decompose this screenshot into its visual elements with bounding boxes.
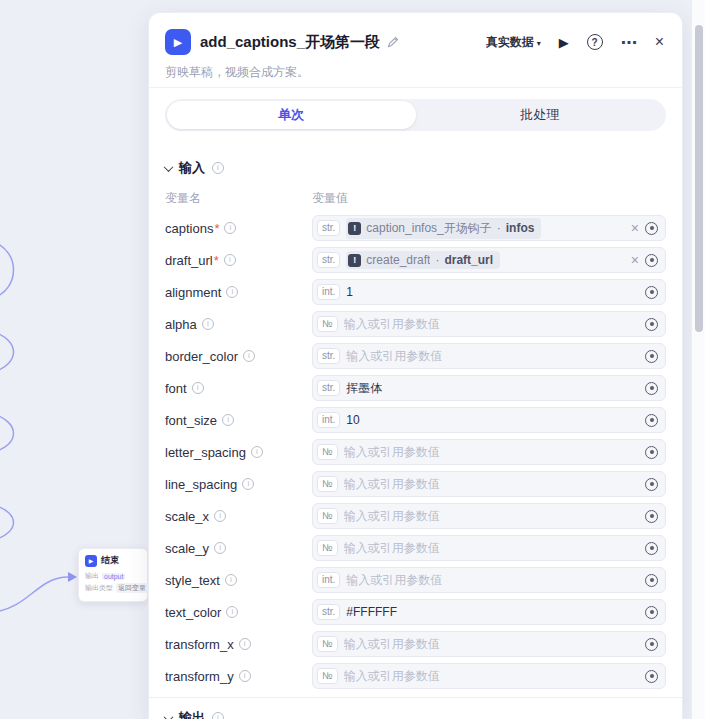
param-name-cell: text_color i bbox=[165, 605, 312, 620]
end-node-output-value: output bbox=[102, 573, 125, 580]
end-node[interactable]: ▶ 结束 输出 output 输出类型 返回变量 bbox=[78, 548, 148, 602]
reference-toggle-icon[interactable] bbox=[645, 254, 658, 267]
param-value-text: 1 bbox=[346, 285, 353, 299]
param-name: style_text bbox=[165, 573, 220, 588]
remove-reference-icon[interactable]: × bbox=[631, 221, 639, 235]
reference-toggle-icon[interactable] bbox=[645, 510, 658, 523]
reference-toggle-icon[interactable] bbox=[645, 542, 658, 555]
reference-toggle-icon[interactable] bbox=[645, 222, 658, 235]
run-button[interactable]: ▶ bbox=[559, 35, 569, 50]
param-value-field[interactable]: str. 输入或引用参数值 bbox=[312, 343, 666, 369]
info-icon[interactable]: i bbox=[225, 574, 237, 586]
info-icon[interactable]: i bbox=[226, 286, 238, 298]
param-name: font bbox=[165, 381, 187, 396]
data-mode-dropdown[interactable]: 真实数据▾ bbox=[486, 34, 541, 51]
reference-toggle-icon[interactable] bbox=[645, 446, 658, 459]
param-value-text: 输入或引用参数值 bbox=[344, 636, 440, 653]
reference-tag[interactable]: ! caption_infos_开场钩子 · infos bbox=[346, 218, 541, 239]
reference-toggle-icon[interactable] bbox=[645, 350, 658, 363]
reference-separator: · bbox=[435, 253, 439, 267]
param-value-text: 输入或引用参数值 bbox=[344, 476, 440, 493]
info-icon[interactable]: i bbox=[243, 350, 255, 362]
param-value-field[interactable]: int. 输入或引用参数值 bbox=[312, 567, 666, 593]
tab-batch[interactable]: 批处理 bbox=[416, 101, 665, 129]
reference-toggle-icon[interactable] bbox=[645, 414, 658, 427]
info-icon[interactable]: i bbox=[251, 446, 263, 458]
param-value-field[interactable]: № 输入或引用参数值 bbox=[312, 503, 666, 529]
param-value-field[interactable]: str. 挥墨体 bbox=[312, 375, 666, 401]
type-badge: int. bbox=[317, 412, 340, 429]
info-icon[interactable]: i bbox=[212, 162, 224, 174]
reference-toggle-icon[interactable] bbox=[645, 574, 658, 587]
reference-toggle-icon[interactable] bbox=[645, 478, 658, 491]
end-node-output-type-value: 返回变量 bbox=[116, 583, 148, 593]
param-row: transform_y i № 输入或引用参数值 bbox=[165, 663, 666, 689]
param-value-field[interactable]: str. ! create_draft · draft_url × bbox=[312, 247, 666, 273]
reference-toggle-icon[interactable] bbox=[645, 670, 658, 683]
info-icon[interactable]: i bbox=[226, 606, 238, 618]
more-options-icon[interactable]: ⋯ bbox=[621, 33, 637, 52]
param-row: font_size i int. 10 bbox=[165, 407, 666, 433]
type-badge: int. bbox=[317, 284, 340, 301]
end-node-output-type-row: 输出类型 返回变量 bbox=[85, 583, 141, 593]
param-row: line_spacing i № 输入或引用参数值 bbox=[165, 471, 666, 497]
info-icon[interactable]: i bbox=[222, 414, 234, 426]
param-value-field[interactable]: str. #FFFFFF bbox=[312, 599, 666, 625]
mode-tabbar: 单次 批处理 bbox=[165, 99, 666, 131]
param-value-text: 输入或引用参数值 bbox=[344, 444, 440, 461]
param-value-text: 输入或引用参数值 bbox=[344, 540, 440, 557]
param-value-field[interactable]: № 输入或引用参数值 bbox=[312, 663, 666, 689]
param-row: letter_spacing i № 输入或引用参数值 bbox=[165, 439, 666, 465]
info-icon[interactable]: i bbox=[224, 222, 236, 234]
param-value-field[interactable]: str. ! caption_infos_开场钩子 · infos × bbox=[312, 215, 666, 241]
param-name: line_spacing bbox=[165, 477, 237, 492]
help-icon[interactable]: ? bbox=[587, 34, 603, 50]
chevron-collapse-icon[interactable] bbox=[164, 712, 174, 719]
param-name: transform_x bbox=[165, 637, 234, 652]
param-name: captions bbox=[165, 221, 213, 236]
reference-node-icon: ! bbox=[348, 222, 361, 235]
param-name-cell: style_text i bbox=[165, 573, 312, 588]
param-value-field[interactable]: № 输入或引用参数值 bbox=[312, 535, 666, 561]
param-value-field[interactable]: № 输入或引用参数值 bbox=[312, 311, 666, 337]
info-icon[interactable]: i bbox=[239, 638, 251, 650]
node-title: add_captions_开场第一段 bbox=[200, 33, 380, 52]
column-headers: 变量名 变量值 bbox=[165, 190, 666, 206]
param-row: draft_url* i str. ! create_draft · draft… bbox=[165, 247, 666, 273]
reference-toggle-icon[interactable] bbox=[645, 638, 658, 651]
end-node-title: 结束 bbox=[101, 554, 119, 567]
chevron-collapse-icon[interactable] bbox=[164, 162, 174, 172]
node-description: 剪映草稿，视频合成方案。 bbox=[165, 64, 666, 81]
reference-toggle-icon[interactable] bbox=[645, 382, 658, 395]
input-section-header: 输入 i bbox=[165, 159, 666, 177]
param-name: scale_x bbox=[165, 509, 209, 524]
close-icon[interactable]: × bbox=[655, 33, 664, 51]
info-icon[interactable]: i bbox=[192, 382, 204, 394]
param-value-field[interactable]: int. 10 bbox=[312, 407, 666, 433]
info-icon[interactable]: i bbox=[214, 542, 226, 554]
reference-toggle-icon[interactable] bbox=[645, 318, 658, 331]
reference-toggle-icon[interactable] bbox=[645, 286, 658, 299]
param-value-field[interactable]: № 输入或引用参数值 bbox=[312, 439, 666, 465]
type-badge: str. bbox=[317, 220, 340, 237]
info-icon[interactable]: i bbox=[214, 510, 226, 522]
info-icon[interactable]: i bbox=[224, 254, 236, 266]
output-section-header: 输出 i bbox=[165, 709, 666, 719]
remove-reference-icon[interactable]: × bbox=[631, 253, 639, 267]
scrollbar-thumb[interactable] bbox=[695, 25, 703, 332]
scrollbar-track[interactable] bbox=[691, 0, 705, 719]
param-value-field[interactable]: int. 1 bbox=[312, 279, 666, 305]
info-icon[interactable]: i bbox=[239, 670, 251, 682]
info-icon[interactable]: i bbox=[212, 712, 224, 719]
reference-toggle-icon[interactable] bbox=[645, 606, 658, 619]
info-icon[interactable]: i bbox=[202, 318, 214, 330]
type-badge: str. bbox=[317, 252, 340, 269]
reference-tag[interactable]: ! create_draft · draft_url bbox=[346, 251, 500, 269]
section-divider bbox=[149, 697, 682, 698]
edit-title-icon[interactable] bbox=[387, 36, 399, 48]
param-value-field[interactable]: № 输入或引用参数值 bbox=[312, 471, 666, 497]
param-value-field[interactable]: № 输入或引用参数值 bbox=[312, 631, 666, 657]
param-row: alignment i int. 1 bbox=[165, 279, 666, 305]
tab-single-run[interactable]: 单次 bbox=[167, 101, 416, 129]
info-icon[interactable]: i bbox=[242, 478, 254, 490]
